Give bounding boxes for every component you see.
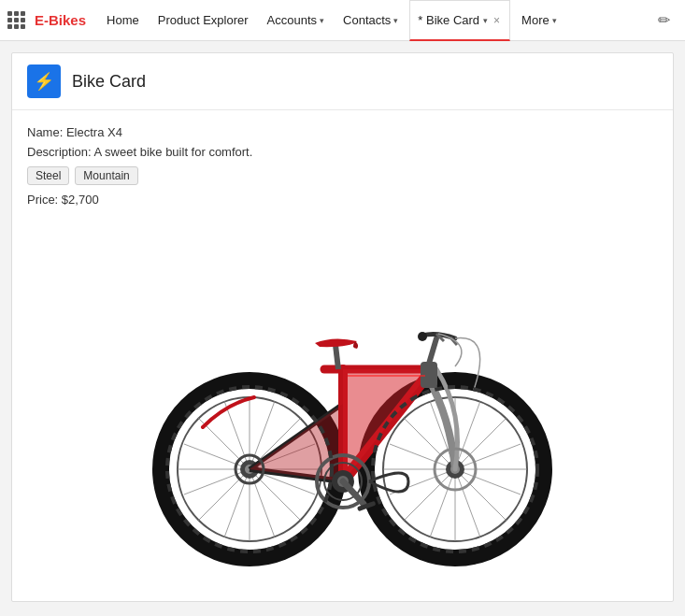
nav-contacts-label: Contacts bbox=[343, 13, 391, 27]
field-name-value: Electra X4 bbox=[66, 125, 122, 139]
nav-home-label: Home bbox=[107, 13, 139, 27]
tags-row: Steel Mountain bbox=[27, 166, 658, 185]
nav-item-home[interactable]: Home bbox=[99, 0, 147, 41]
edit-icon[interactable]: ✏ bbox=[650, 7, 678, 33]
tab-close-icon[interactable]: × bbox=[492, 14, 502, 27]
field-desc-label: Description: bbox=[27, 145, 92, 159]
accounts-chevron-icon: ▾ bbox=[320, 16, 324, 25]
card-title: Bike Card bbox=[72, 72, 146, 92]
field-name-label: Name: bbox=[27, 125, 63, 139]
field-desc-value: A sweet bike built for comfort. bbox=[94, 145, 253, 159]
bike-image bbox=[119, 231, 567, 567]
brand-logo[interactable]: E-Bikes bbox=[35, 12, 86, 28]
tag-mountain: Mountain bbox=[75, 166, 137, 185]
more-chevron-icon: ▾ bbox=[552, 16, 557, 25]
navbar: E-Bikes Home Product Explorer Accounts ▾… bbox=[0, 0, 685, 41]
nav-item-accounts[interactable]: Accounts ▾ bbox=[260, 0, 332, 41]
field-description: Description: A sweet bike built for comf… bbox=[27, 145, 658, 159]
nav-product-label: Product Explorer bbox=[158, 13, 249, 27]
tag-steel: Steel bbox=[27, 166, 69, 185]
nav-more-label: More bbox=[521, 13, 549, 27]
card-icon: ⚡ bbox=[27, 64, 61, 98]
bike-card-panel: ⚡ Bike Card Name: Electra X4 Description… bbox=[11, 52, 674, 602]
bike-image-area bbox=[27, 212, 658, 586]
grid-icon[interactable] bbox=[7, 11, 25, 29]
nav-accounts-label: Accounts bbox=[267, 13, 317, 27]
field-price-value: $2,700 bbox=[62, 193, 99, 207]
field-price-label: Price: bbox=[27, 193, 58, 207]
field-name: Name: Electra X4 bbox=[27, 125, 658, 139]
svg-line-31 bbox=[335, 345, 338, 369]
svg-point-30 bbox=[418, 332, 427, 341]
nav-more[interactable]: More ▾ bbox=[514, 0, 564, 41]
tab-chevron-icon: ▾ bbox=[483, 16, 488, 25]
card-body: Name: Electra X4 Description: A sweet bi… bbox=[12, 110, 673, 601]
page-content: ⚡ Bike Card Name: Electra X4 Description… bbox=[0, 41, 685, 616]
nav-item-product-explorer[interactable]: Product Explorer bbox=[150, 0, 256, 41]
nav-item-contacts[interactable]: Contacts ▾ bbox=[335, 0, 406, 41]
nav-tab-bike-card[interactable]: * Bike Card ▾ × bbox=[409, 0, 510, 41]
card-header: ⚡ Bike Card bbox=[12, 53, 673, 110]
nav-tab-label: * Bike Card bbox=[418, 13, 479, 27]
field-price: Price: $2,700 bbox=[27, 193, 658, 207]
contacts-chevron-icon: ▾ bbox=[393, 16, 398, 25]
